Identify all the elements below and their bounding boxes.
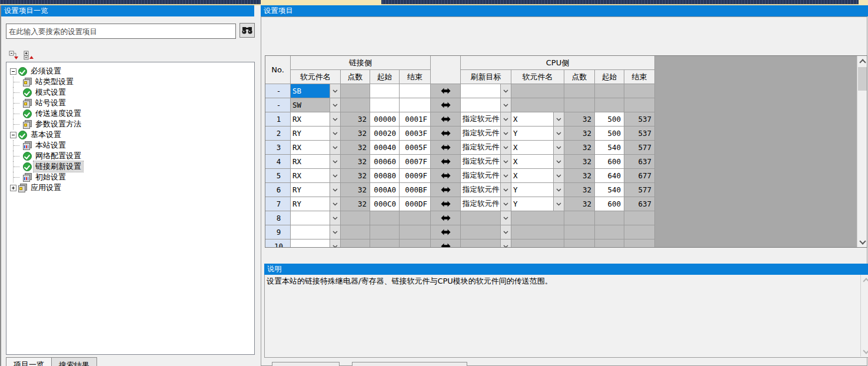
dropdown-button[interactable] xyxy=(553,141,564,154)
dropdown-button[interactable] xyxy=(553,127,564,140)
expand-icon[interactable] xyxy=(10,185,16,191)
cell-link-end[interactable] xyxy=(400,84,431,98)
tree-item-label[interactable]: 站类型设置 xyxy=(34,76,75,87)
cell-link-device[interactable] xyxy=(291,211,341,225)
tree-item-站类型设置[interactable]: 站类型设置 xyxy=(6,76,254,87)
dropdown-button[interactable] xyxy=(500,84,511,98)
dropdown-button[interactable] xyxy=(553,169,564,182)
cell-refresh-target[interactable] xyxy=(461,225,511,239)
cell-link-device[interactable]: RX xyxy=(291,141,341,155)
grid-vertical-scrollbar[interactable] xyxy=(857,56,867,247)
cell-link-device[interactable]: SW xyxy=(291,98,341,112)
cell-link-start[interactable]: 00060 xyxy=(370,155,400,169)
collapse-icon[interactable] xyxy=(10,132,16,138)
cell-refresh-target[interactable] xyxy=(461,211,511,225)
cell-link-start[interactable]: 000A0 xyxy=(370,183,400,197)
tree-item-站号设置[interactable]: 站号设置 xyxy=(6,98,254,108)
tree-item-初始设置[interactable]: 初始设置 xyxy=(6,172,254,182)
tree-item-label[interactable]: 站号设置 xyxy=(34,98,68,108)
scroll-up-button[interactable] xyxy=(857,56,867,66)
cell-link-end[interactable] xyxy=(400,98,431,112)
cell-cpu-device[interactable]: X xyxy=(511,112,564,127)
dropdown-button[interactable] xyxy=(500,183,511,197)
dropdown-button[interactable] xyxy=(500,197,511,211)
cell-link-start[interactable]: 00020 xyxy=(370,127,400,141)
expand-all-icon[interactable] xyxy=(24,51,35,60)
search-input[interactable] xyxy=(6,24,236,39)
tree-item-label[interactable]: 传送速度设置 xyxy=(34,108,83,119)
tree-item-本站设置[interactable]: 本站设置 xyxy=(6,140,254,151)
cell-link-start[interactable] xyxy=(370,98,400,112)
cell-refresh-target[interactable]: 指定软元件 xyxy=(461,169,511,183)
tree-item-label[interactable]: 初始设置 xyxy=(34,172,68,182)
dropdown-button[interactable] xyxy=(553,155,564,168)
dropdown-button[interactable] xyxy=(500,112,511,126)
cell-link-start[interactable] xyxy=(370,84,400,98)
cell-refresh-target[interactable]: 指定软元件 xyxy=(461,127,511,141)
tree-item-基本设置[interactable]: 基本设置 xyxy=(6,129,254,140)
tree-item-链接刷新设置[interactable]: 链接刷新设置 xyxy=(6,161,254,172)
dropdown-button[interactable] xyxy=(330,155,340,168)
tree-item-模式设置[interactable]: 模式设置 xyxy=(6,87,254,98)
cell-cpu-start[interactable]: 500 xyxy=(595,127,624,141)
cell-cpu-start[interactable]: 600 xyxy=(595,155,624,169)
desc-scroll-up-button[interactable] xyxy=(861,275,868,285)
cell-refresh-target[interactable]: 指定软元件 xyxy=(461,197,511,211)
tree-item-label[interactable]: 网络配置设置 xyxy=(34,151,83,161)
cell-link-device[interactable]: RY xyxy=(291,183,341,197)
cell-cpu-start[interactable]: 640 xyxy=(595,169,624,183)
dropdown-button[interactable] xyxy=(500,225,511,239)
cell-link-start[interactable]: 000C0 xyxy=(370,197,400,211)
dropdown-button[interactable] xyxy=(500,98,511,112)
tree-item-label[interactable]: 基本设置 xyxy=(29,129,63,140)
cell-link-device[interactable] xyxy=(291,239,341,248)
dropdown-button[interactable] xyxy=(330,112,340,126)
dropdown-button[interactable] xyxy=(500,239,511,248)
tree-item-label[interactable]: 应用设置 xyxy=(29,182,63,193)
desc-scroll-down-button[interactable] xyxy=(861,347,868,357)
dropdown-button[interactable] xyxy=(500,211,511,225)
cell-link-device[interactable] xyxy=(291,225,341,239)
cell-refresh-target[interactable]: 指定软元件 xyxy=(461,183,511,197)
cell-link-start[interactable]: 00080 xyxy=(370,169,400,183)
tab-项目一览[interactable]: 项目一览 xyxy=(6,357,52,366)
cell-refresh-target[interactable] xyxy=(461,98,511,112)
tree-item-label[interactable]: 参数设置方法 xyxy=(34,119,83,129)
cell-link-start[interactable]: 00000 xyxy=(370,112,400,127)
cell-link-end[interactable]: 000BF xyxy=(400,183,431,197)
cell-link-end[interactable]: 0001F xyxy=(400,112,431,127)
tree-item-label[interactable]: 链接刷新设置 xyxy=(34,161,83,172)
tab-搜索结果[interactable]: 搜索结果 xyxy=(51,357,97,366)
cell-cpu-device[interactable]: X xyxy=(511,141,564,155)
tree-item-传送速度设置[interactable]: 传送速度设置 xyxy=(6,108,254,119)
cell-link-end[interactable]: 0003F xyxy=(400,127,431,141)
cell-refresh-target[interactable]: 指定软元件 xyxy=(461,112,511,127)
cell-link-end[interactable]: 0005F xyxy=(400,141,431,155)
search-button[interactable] xyxy=(240,23,255,38)
cell-link-device[interactable]: RX xyxy=(291,112,341,127)
dropdown-button[interactable] xyxy=(330,127,340,140)
dropdown-button[interactable] xyxy=(330,183,340,197)
cell-link-device[interactable]: RY xyxy=(291,197,341,211)
cell-cpu-device[interactable]: Y xyxy=(511,197,564,211)
collapse-icon[interactable] xyxy=(10,68,16,75)
dropdown-button[interactable] xyxy=(330,141,340,154)
cell-link-start[interactable]: 00040 xyxy=(370,141,400,155)
cell-cpu-start[interactable]: 540 xyxy=(595,183,624,197)
dropdown-button[interactable] xyxy=(330,225,340,239)
dropdown-button[interactable] xyxy=(553,197,564,211)
dropdown-button[interactable] xyxy=(330,98,340,112)
scroll-down-button[interactable] xyxy=(857,237,867,247)
cell-link-device[interactable]: RX xyxy=(291,155,341,169)
cell-cpu-device[interactable]: Y xyxy=(511,127,564,141)
cell-cpu-device[interactable]: X xyxy=(511,169,564,183)
cell-refresh-target[interactable] xyxy=(461,84,511,98)
cell-link-device[interactable]: SB xyxy=(291,84,341,98)
cell-refresh-target[interactable] xyxy=(461,239,511,248)
dropdown-button[interactable] xyxy=(500,155,511,168)
scroll-thumb[interactable] xyxy=(858,67,867,91)
tree-item-label[interactable]: 模式设置 xyxy=(34,87,68,98)
tree-item-应用设置[interactable]: 应用设置 xyxy=(6,182,254,193)
cell-cpu-device[interactable]: Y xyxy=(511,183,564,197)
restore-default-button[interactable]: 恢复为默认(U) xyxy=(352,362,467,366)
